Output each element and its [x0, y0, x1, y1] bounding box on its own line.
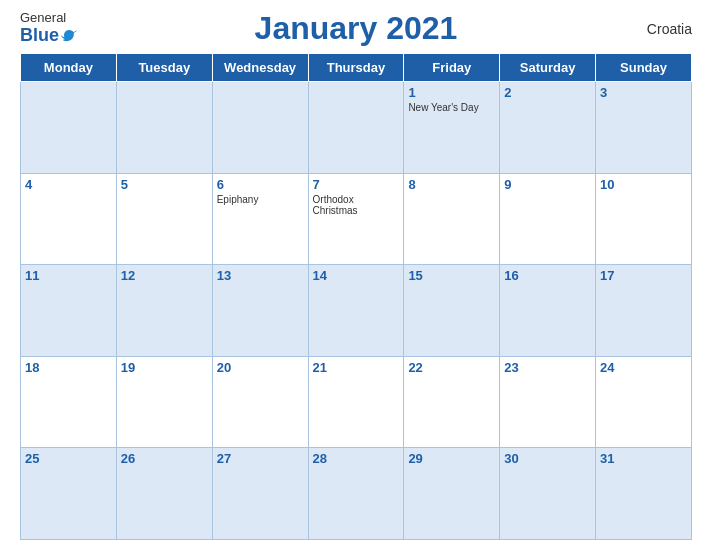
day-number: 15: [408, 268, 495, 283]
calendar-thead: MondayTuesdayWednesdayThursdayFridaySatu…: [21, 54, 692, 82]
calendar-cell: 30: [500, 448, 596, 540]
calendar-cell: 1New Year's Day: [404, 82, 500, 174]
day-number: 20: [217, 360, 304, 375]
calendar-cell: 13: [212, 265, 308, 357]
logo-blue-text: Blue: [20, 25, 59, 46]
calendar-header: General Blue January 2021 Croatia: [20, 10, 692, 47]
day-number: 4: [25, 177, 112, 192]
calendar-cell: 14: [308, 265, 404, 357]
logo-blue-container: Blue: [20, 25, 79, 46]
calendar-cell: [308, 82, 404, 174]
calendar-cell: 5: [116, 173, 212, 265]
day-number: 30: [504, 451, 591, 466]
weekday-header-monday: Monday: [21, 54, 117, 82]
day-number: 22: [408, 360, 495, 375]
day-number: 27: [217, 451, 304, 466]
day-number: 14: [313, 268, 400, 283]
day-number: 24: [600, 360, 687, 375]
calendar-cell: 20: [212, 356, 308, 448]
calendar-cell: 11: [21, 265, 117, 357]
calendar-cell: 9: [500, 173, 596, 265]
weekday-header-saturday: Saturday: [500, 54, 596, 82]
calendar-cell: 31: [596, 448, 692, 540]
weekday-header-friday: Friday: [404, 54, 500, 82]
day-number: 19: [121, 360, 208, 375]
day-number: 12: [121, 268, 208, 283]
calendar-cell: 10: [596, 173, 692, 265]
calendar-cell: 23: [500, 356, 596, 448]
calendar-cell: 26: [116, 448, 212, 540]
logo-bird-icon: [61, 27, 79, 45]
day-number: 5: [121, 177, 208, 192]
calendar-cell: 22: [404, 356, 500, 448]
day-number: 10: [600, 177, 687, 192]
holiday-text: Orthodox Christmas: [313, 194, 400, 216]
calendar-cell: [21, 82, 117, 174]
day-number: 13: [217, 268, 304, 283]
calendar-cell: 3: [596, 82, 692, 174]
calendar-cell: 17: [596, 265, 692, 357]
day-number: 1: [408, 85, 495, 100]
calendar-cell: 8: [404, 173, 500, 265]
day-number: 31: [600, 451, 687, 466]
calendar-cell: 6Epiphany: [212, 173, 308, 265]
day-number: 23: [504, 360, 591, 375]
day-number: 17: [600, 268, 687, 283]
day-number: 9: [504, 177, 591, 192]
calendar-cell: 18: [21, 356, 117, 448]
day-number: 7: [313, 177, 400, 192]
calendar-week-2: 456Epiphany7Orthodox Christmas8910: [21, 173, 692, 265]
calendar-tbody: 1New Year's Day23456Epiphany7Orthodox Ch…: [21, 82, 692, 540]
day-number: 29: [408, 451, 495, 466]
day-number: 25: [25, 451, 112, 466]
calendar-cell: 29: [404, 448, 500, 540]
calendar-cell: [212, 82, 308, 174]
calendar-cell: 19: [116, 356, 212, 448]
holiday-text: Epiphany: [217, 194, 304, 205]
country-label: Croatia: [647, 21, 692, 37]
day-number: 28: [313, 451, 400, 466]
calendar-cell: [116, 82, 212, 174]
calendar-table: MondayTuesdayWednesdayThursdayFridaySatu…: [20, 53, 692, 540]
calendar-week-1: 1New Year's Day23: [21, 82, 692, 174]
weekday-header-wednesday: Wednesday: [212, 54, 308, 82]
calendar-cell: 27: [212, 448, 308, 540]
calendar-cell: 7Orthodox Christmas: [308, 173, 404, 265]
day-number: 8: [408, 177, 495, 192]
calendar-cell: 16: [500, 265, 596, 357]
calendar-cell: 25: [21, 448, 117, 540]
day-number: 16: [504, 268, 591, 283]
logo-general-text: General: [20, 11, 66, 25]
holiday-text: New Year's Day: [408, 102, 495, 113]
calendar-cell: 15: [404, 265, 500, 357]
calendar-week-3: 11121314151617: [21, 265, 692, 357]
calendar-cell: 12: [116, 265, 212, 357]
day-number: 26: [121, 451, 208, 466]
day-number: 2: [504, 85, 591, 100]
logo: General Blue: [20, 11, 79, 46]
calendar-week-4: 18192021222324: [21, 356, 692, 448]
day-number: 3: [600, 85, 687, 100]
calendar-cell: 24: [596, 356, 692, 448]
day-number: 11: [25, 268, 112, 283]
calendar-week-5: 25262728293031: [21, 448, 692, 540]
weekday-header-row: MondayTuesdayWednesdayThursdayFridaySatu…: [21, 54, 692, 82]
weekday-header-sunday: Sunday: [596, 54, 692, 82]
month-title: January 2021: [255, 10, 458, 47]
day-number: 21: [313, 360, 400, 375]
calendar-cell: 2: [500, 82, 596, 174]
weekday-header-thursday: Thursday: [308, 54, 404, 82]
calendar-cell: 28: [308, 448, 404, 540]
calendar-cell: 4: [21, 173, 117, 265]
day-number: 18: [25, 360, 112, 375]
calendar-cell: 21: [308, 356, 404, 448]
day-number: 6: [217, 177, 304, 192]
weekday-header-tuesday: Tuesday: [116, 54, 212, 82]
